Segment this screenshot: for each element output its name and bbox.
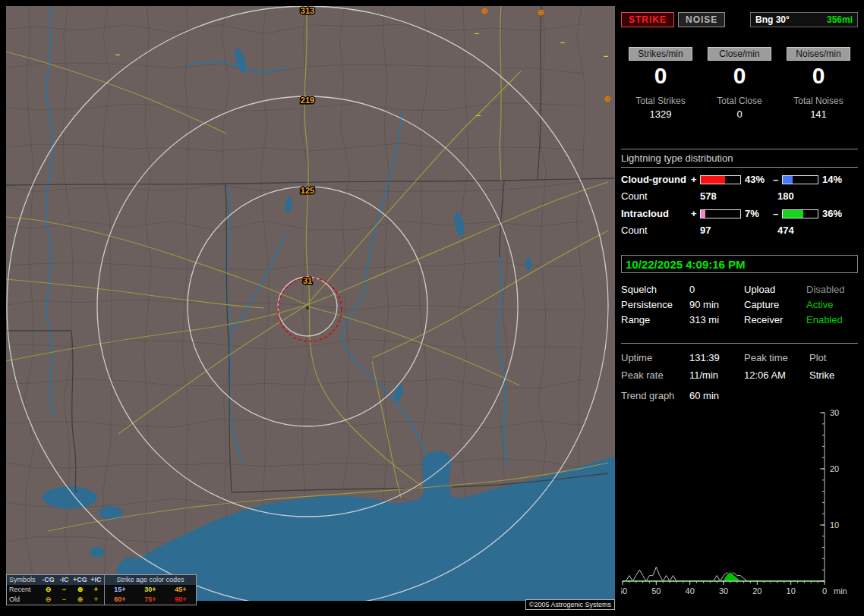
svg-text:40: 40 bbox=[686, 586, 695, 596]
bearing-distance: 356mi bbox=[827, 14, 853, 25]
strike-series bbox=[623, 567, 825, 582]
cg-positive-count: 578 bbox=[700, 190, 777, 202]
peak-rate-label: Peak rate bbox=[621, 366, 689, 384]
cg-count-label: Count bbox=[621, 190, 700, 202]
settings-table: Squelch 0 Upload Disabled Persistence 90… bbox=[621, 282, 858, 328]
svg-text:10: 10 bbox=[787, 586, 796, 596]
cloud-ground-row: Cloud-ground + 43% – 14% bbox=[621, 174, 858, 185]
age-45: 45+ bbox=[166, 585, 196, 595]
counter-noises: Noises/min 0 Total Noises 141 bbox=[779, 47, 858, 120]
plus-sign: + bbox=[691, 208, 700, 219]
recent-pos-ic-icon: + bbox=[88, 585, 104, 595]
upload-label: Upload bbox=[744, 282, 806, 297]
range-value: 313 mi bbox=[689, 313, 744, 328]
intracloud-counts: Count 97 474 bbox=[621, 225, 858, 236]
cloud-ground-counts: Count 578 180 bbox=[621, 190, 858, 202]
legend-symbols-title: Symbols bbox=[7, 575, 40, 585]
receiver-location-dot bbox=[306, 306, 309, 310]
radar-map[interactable]: 313 219 125 31 ⊕⊕⊕−−−−− bbox=[6, 6, 615, 601]
svg-text:30: 30 bbox=[830, 408, 839, 417]
receiver-label: Receiver bbox=[744, 313, 806, 328]
svg-text:−: − bbox=[475, 29, 479, 38]
total-noises-value: 141 bbox=[779, 108, 858, 120]
divider bbox=[621, 343, 858, 344]
close-per-min-value: 0 bbox=[700, 62, 779, 90]
ic-negative-pct: 36% bbox=[822, 208, 850, 219]
capture-label: Capture bbox=[744, 297, 806, 313]
cloud-ground-label: Cloud-ground bbox=[621, 174, 691, 185]
legend-row-recent: Recent ⊖ − ⊕ + 15+ 30+ 45+ bbox=[7, 585, 196, 595]
close-per-min-button[interactable]: Close/min bbox=[708, 47, 771, 61]
svg-text:min: min bbox=[834, 586, 847, 596]
noises-per-min-value: 0 bbox=[779, 62, 858, 90]
cg-negative-count: 180 bbox=[777, 190, 794, 202]
ic-count-label: Count bbox=[621, 225, 700, 236]
svg-text:⊕: ⊕ bbox=[604, 94, 610, 103]
svg-text:20: 20 bbox=[752, 586, 762, 596]
svg-text:30: 30 bbox=[719, 586, 728, 596]
uptime-label: Uptime bbox=[621, 349, 689, 366]
datetime-text: 10/22/2025 4:09:16 PM bbox=[626, 258, 746, 271]
lightning-distribution: Lightning type distribution Cloud-ground… bbox=[621, 149, 858, 236]
copyright-notice: ©2005 Astrogenic Systems bbox=[525, 599, 615, 610]
intracloud-row: Intracloud + 7% – 36% bbox=[621, 208, 858, 219]
svg-text:⊕: ⊕ bbox=[481, 6, 487, 15]
svg-text:−: − bbox=[560, 38, 565, 47]
strikes-per-min-button[interactable]: Strikes/min bbox=[629, 47, 692, 61]
top-controls: STRIKE NOISE Bng 30° 356mi bbox=[621, 12, 858, 27]
settings-value2-0: Disabled bbox=[806, 282, 858, 297]
plot-label: Plot bbox=[809, 349, 858, 366]
strike-button[interactable]: STRIKE bbox=[621, 12, 674, 27]
svg-text:50: 50 bbox=[651, 586, 661, 596]
total-strikes-label: Total Strikes bbox=[621, 96, 700, 106]
counter-strikes: Strikes/min 0 Total Strikes 1329 bbox=[621, 47, 700, 120]
cg-positive-pct: 43% bbox=[745, 174, 773, 185]
map-legend: Symbols -CG -IC +CG +IC Strike age color… bbox=[6, 574, 197, 605]
plot-value: Strike bbox=[809, 366, 858, 384]
svg-text:10: 10 bbox=[830, 520, 839, 530]
cg-negative-bar bbox=[782, 175, 818, 184]
peak-time-value: 12:06 AM bbox=[744, 366, 809, 384]
plus-sign: + bbox=[691, 174, 700, 185]
total-noises-label: Total Noises bbox=[779, 96, 858, 106]
stats-table: Uptime 131:39 Peak time Plot Peak rate 1… bbox=[621, 349, 858, 384]
trend-axes bbox=[623, 413, 825, 585]
intracloud-series bbox=[623, 573, 825, 581]
legend-row-old: Old ⊖ − ⊕ + 60+ 75+ 90+ bbox=[7, 595, 196, 605]
age-90: 90+ bbox=[166, 595, 196, 605]
range-label: Range bbox=[621, 313, 689, 328]
bearing-label: Bng 30° bbox=[755, 14, 790, 25]
total-close-label: Total Close bbox=[700, 96, 779, 106]
noise-button[interactable]: NOISE bbox=[678, 12, 725, 27]
minus-sign: – bbox=[773, 208, 782, 219]
settings-value2-2: Enabled bbox=[806, 313, 858, 328]
ic-positive-pct: 7% bbox=[745, 208, 773, 219]
age-30: 30+ bbox=[135, 585, 166, 595]
strikes-per-min-value: 0 bbox=[621, 62, 700, 90]
old-age-colors: 60+ 75+ 90+ bbox=[104, 595, 196, 605]
ic-negative-bar bbox=[782, 209, 818, 218]
total-strikes-value: 1329 bbox=[621, 108, 700, 120]
ring-label-219: 219 bbox=[301, 96, 314, 105]
legend-col-neg-ic: -IC bbox=[56, 575, 72, 585]
old-neg-ic-icon: − bbox=[56, 595, 72, 605]
trend-window-value: 60 min bbox=[689, 390, 719, 401]
uptime-value: 131:39 bbox=[689, 349, 744, 366]
age-60: 60+ bbox=[105, 595, 135, 605]
peak-time-label: Peak time bbox=[744, 349, 809, 366]
svg-text:⊕: ⊕ bbox=[537, 8, 544, 17]
legend-header: Symbols -CG -IC +CG +IC Strike age color… bbox=[7, 575, 196, 585]
ring-label-313: 313 bbox=[301, 6, 314, 15]
recent-pos-cg-icon: ⊕ bbox=[72, 585, 88, 595]
legend-age-title: Strike age color codes bbox=[104, 575, 196, 585]
map-panel: 313 219 125 31 ⊕⊕⊕−−−−− Symbols -CG -IC … bbox=[6, 6, 615, 610]
distribution-title: Lightning type distribution bbox=[621, 149, 858, 168]
total-close-value: 0 bbox=[700, 108, 779, 120]
intracloud-label: Intracloud bbox=[621, 208, 691, 219]
legend-recent-label: Recent bbox=[7, 585, 40, 595]
trend-axis-labels: 3020106050403020100min bbox=[621, 408, 847, 596]
squelch-label: Squelch bbox=[621, 282, 689, 297]
ring-label-125: 125 bbox=[301, 186, 314, 195]
ic-positive-bar bbox=[700, 209, 741, 218]
noises-per-min-button[interactable]: Noises/min bbox=[787, 47, 850, 61]
